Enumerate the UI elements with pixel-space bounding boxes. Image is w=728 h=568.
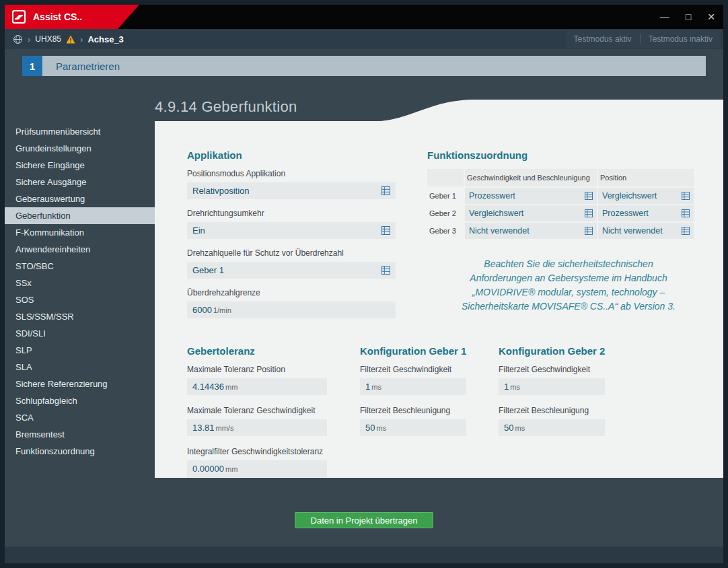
column-header-position: Position <box>598 169 694 186</box>
geber2-filterzeit-beschleunigung-input[interactable]: 50 ms <box>499 419 605 436</box>
sidebar-item-f-kommunikation[interactable]: F-Kommunikation <box>5 224 155 241</box>
sidebar-item-sichere-eingaenge[interactable]: Sichere Eingänge <box>5 157 155 174</box>
drehrichtungsumkehr-dropdown[interactable]: Ein <box>187 222 396 239</box>
row-label-geber1: Geber 1 <box>427 188 464 204</box>
section-heading: Konfiguration Geber 1 <box>360 345 499 357</box>
funktionszuordnung-table: Geschwindigkeit und Beschleunigung Posit… <box>427 169 703 239</box>
globe-icon[interactable] <box>13 34 23 44</box>
status-bar <box>5 546 723 563</box>
step-label: Parametrieren <box>56 61 120 72</box>
field-label: Filterzeit Geschwindigkeit <box>499 365 637 374</box>
dropdown-list-icon <box>381 186 390 195</box>
brand-banner: Assist CS.. <box>5 5 139 29</box>
breadcrumb: › UHX85 › Achse_3 <box>13 34 124 44</box>
column-header-speed: Geschwindigkeit und Beschleunigung <box>465 169 597 186</box>
maximize-button[interactable]: □ <box>686 5 691 29</box>
window-controls: — □ ✕ <box>660 5 715 29</box>
sidebar-item-sichere-referenzierung[interactable]: Sichere Referenzierung <box>5 376 155 392</box>
dropdown-list-icon <box>682 192 690 200</box>
sidebar-item-bremsentest[interactable]: Bremsentest <box>5 426 155 443</box>
transfer-to-project-button[interactable]: Daten in Projekt übertragen <box>295 512 433 528</box>
ueberdrehzahlgrenze-input[interactable]: 6000 1/min <box>187 301 396 318</box>
geber1-filterzeit-beschleunigung-input[interactable]: 50 ms <box>360 419 466 436</box>
max-toleranz-geschwindigkeit-input[interactable]: 13.81 mm/s <box>187 419 327 436</box>
testmode-active-button[interactable]: Testmodus aktiv <box>566 30 640 48</box>
geber2-speed-dropdown[interactable]: Vergleichswert <box>465 205 597 221</box>
input-value: 50 <box>365 423 375 433</box>
geber1-position-dropdown[interactable]: Vergleichswert <box>598 188 694 204</box>
geber2-position-dropdown[interactable]: Prozesswert <box>598 205 694 221</box>
chevron-separator-icon: › <box>28 34 30 44</box>
drehzahlquelle-dropdown[interactable]: Geber 1 <box>187 262 396 279</box>
geber3-position-dropdown[interactable]: Nicht verwendet <box>598 223 694 239</box>
field-label: Positionsmodus Applikation <box>187 169 396 178</box>
sidebar-item-geberfunktion[interactable]: Geberfunktion <box>5 207 155 224</box>
dropdown-list-icon <box>381 266 390 275</box>
breadcrumb-device[interactable]: UHX85 <box>35 34 61 44</box>
dropdown-value: Prozesswert <box>602 209 682 218</box>
input-value: 6000 <box>192 305 212 315</box>
geber3-speed-dropdown[interactable]: Nicht verwendet <box>465 223 597 239</box>
dropdown-list-icon <box>682 227 690 235</box>
sidebar-item-pruefsummenuebersicht[interactable]: Prüfsummenübersicht <box>5 123 155 140</box>
section-heading: Applikation <box>187 149 396 161</box>
section-heading: Gebertoleranz <box>187 345 355 357</box>
input-value: 13.81 <box>192 423 215 433</box>
field-label: Überdrehzahlgrenze <box>187 288 396 297</box>
geber2-filterzeit-geschwindigkeit-input[interactable]: 1 ms <box>499 378 605 395</box>
sidebar-item-sos[interactable]: SOS <box>5 291 155 308</box>
dropdown-value: Vergleichswert <box>602 191 682 201</box>
sidebar-item-sls-ssm-ssr[interactable]: SLS/SSM/SSR <box>5 308 155 325</box>
dropdown-value: Geber 1 <box>192 265 381 275</box>
sidebar-item-sdi-sli[interactable]: SDI/SLI <box>5 325 155 342</box>
dropdown-list-icon <box>585 192 593 200</box>
dropdown-value: Relativposition <box>192 186 381 196</box>
sidebar-item-grundeinstellungen[interactable]: Grundeinstellungen <box>5 140 155 157</box>
dropdown-list-icon <box>585 209 593 217</box>
positionsmodus-dropdown[interactable]: Relativposition <box>187 182 396 199</box>
dropdown-value: Nicht verwendet <box>469 226 585 236</box>
chevron-separator-icon: › <box>80 34 83 44</box>
dropdown-value: Nicht verwendet <box>602 226 682 236</box>
sidebar-item-sichere-ausgaenge[interactable]: Sichere Ausgänge <box>5 174 155 190</box>
testmode-group: Testmodus aktiv Testmodus inaktiv <box>566 30 721 48</box>
sidebar-item-ssx[interactable]: SSx <box>5 275 155 291</box>
field-label: Filterzeit Beschleunigung <box>499 406 637 415</box>
breadcrumb-axis[interactable]: Achse_3 <box>87 34 123 44</box>
section-funktionszuordnung: Funktionszuordnung Geschwindigkeit und B… <box>427 149 703 239</box>
app-frame: Assist CS.. — □ ✕ › UHX85 › Achse_3 Test… <box>0 0 728 568</box>
warning-icon <box>66 35 75 44</box>
sidebar-item-sca[interactable]: SCA <box>5 409 155 426</box>
step-bar[interactable]: 1 Parametrieren <box>22 56 706 76</box>
max-toleranz-position-input[interactable]: 4.14436 mm <box>187 378 327 395</box>
geber1-filterzeit-geschwindigkeit-input[interactable]: 1 ms <box>360 378 466 395</box>
testmode-inactive-button[interactable]: Testmodus inaktiv <box>641 30 721 48</box>
sew-logo-icon <box>11 9 26 24</box>
sidebar-item-schlupfabgleich[interactable]: Schlupfabgleich <box>5 392 155 409</box>
breadcrumb-bar: › UHX85 › Achse_3 Testmodus aktiv Testmo… <box>5 29 723 49</box>
input-value: 50 <box>504 423 513 433</box>
sidebar-item-geberauswertung[interactable]: Geberauswertung <box>5 190 155 207</box>
dropdown-value: Vergleichswert <box>469 209 585 218</box>
input-value: 1 <box>365 382 370 392</box>
sidebar-item-slp[interactable]: SLP <box>5 342 155 359</box>
section-heading: Konfiguration Geber 2 <box>499 345 637 357</box>
sidebar-item-anwendereinheiten[interactable]: Anwendereinheiten <box>5 241 155 258</box>
sidebar-item-sla[interactable]: SLA <box>5 359 155 376</box>
dropdown-value: Prozesswert <box>469 191 585 201</box>
integralfilter-input[interactable]: 0.00000 mm <box>187 460 327 477</box>
input-unit: 1/min <box>213 306 231 314</box>
safety-note: Beachten Sie die sicherheitstechnischen … <box>454 257 683 314</box>
dropdown-list-icon <box>381 226 390 235</box>
geber1-speed-dropdown[interactable]: Prozesswert <box>465 188 597 204</box>
close-button[interactable]: ✕ <box>707 5 715 29</box>
field-label: Filterzeit Geschwindigkeit <box>360 365 499 374</box>
step-number: 1 <box>22 56 42 76</box>
sidebar-item-funktionszuordnung[interactable]: Funktionszuordnung <box>5 443 155 460</box>
app-title: Assist CS.. <box>33 11 82 22</box>
minimize-button[interactable]: — <box>660 5 669 29</box>
sidebar-item-sto-sbc[interactable]: STO/SBC <box>5 258 155 275</box>
panel-swoosh <box>155 100 723 122</box>
input-unit: mm <box>225 465 238 473</box>
field-label: Filterzeit Beschleunigung <box>360 406 499 415</box>
